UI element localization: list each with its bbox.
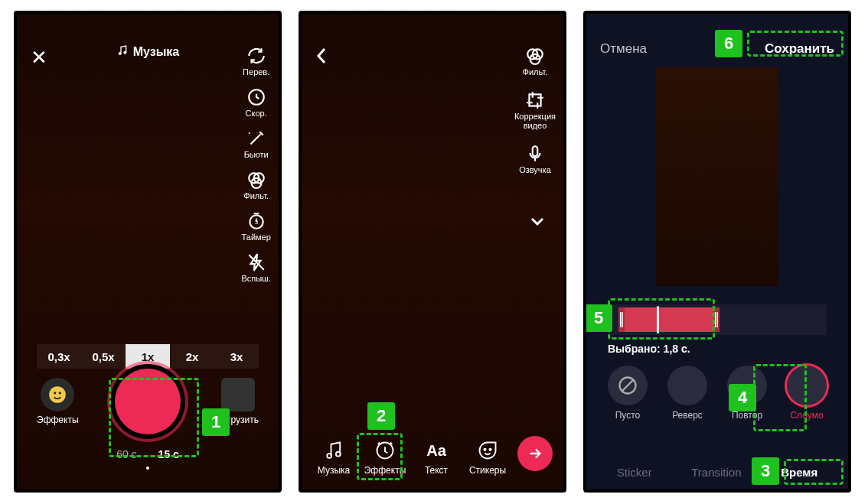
back-button[interactable]	[315, 46, 328, 70]
crop-icon	[525, 90, 545, 110]
save-button[interactable]: Сохранить	[765, 41, 834, 57]
time-effects-screen: Отмена Сохранить Выбрано: 1,8 с. Пусто Р…	[583, 11, 851, 493]
speed-2x[interactable]: 2x	[170, 344, 214, 369]
tab-time[interactable]: Время	[781, 466, 817, 479]
sticker-icon	[476, 439, 499, 462]
effects-button[interactable]: Эффекты	[364, 439, 406, 476]
mode-none[interactable]: Пусто	[602, 366, 654, 421]
svg-point-20	[489, 449, 491, 450]
reverse-thumbnail	[667, 366, 707, 405]
svg-point-8	[49, 386, 66, 403]
right-toolbar: Фильт. Коррекция видео Озвучка	[514, 46, 556, 174]
speed-3x[interactable]: 3x	[214, 344, 259, 369]
speed-icon	[246, 87, 266, 107]
annotation-number-2: 2	[367, 402, 395, 430]
text-icon: Aa	[425, 439, 448, 462]
filter-icon	[246, 170, 266, 190]
wand-icon	[246, 128, 266, 148]
collapse-toolbar[interactable]	[530, 216, 545, 229]
tab-transition[interactable]: Transition	[691, 466, 741, 479]
flip-icon	[246, 46, 266, 66]
svg-rect-15	[533, 146, 538, 156]
page-indicator	[146, 467, 149, 470]
tab-sticker[interactable]: Sticker	[617, 466, 652, 479]
selection-handle-right[interactable]	[713, 307, 720, 332]
mic-icon	[525, 144, 545, 164]
svg-text:3: 3	[255, 219, 258, 226]
duration-15s[interactable]: 15 с	[158, 448, 179, 460]
right-toolbar: Перев. Скор. Бьюти Фильт. 3 Таймер Вспыш…	[241, 46, 271, 283]
svg-rect-14	[529, 94, 540, 106]
svg-point-0	[118, 52, 121, 55]
svg-point-16	[327, 454, 331, 458]
annotation-number-4: 4	[729, 384, 756, 411]
speed-0.3x[interactable]: 0,3x	[37, 344, 81, 369]
annotation-number-1: 1	[202, 408, 230, 436]
filter-icon	[525, 46, 545, 66]
mode-reverse[interactable]: Реверс	[661, 366, 713, 421]
svg-point-19	[484, 449, 485, 450]
annotation-number-5: 5	[585, 304, 612, 332]
selection-handle-left[interactable]	[618, 307, 625, 332]
music-label: Музыка	[133, 45, 180, 59]
adjust-tool[interactable]: Коррекция видео	[514, 90, 556, 130]
camera-record-screen: ✕ Музыка Перев. Скор. Бьюти Фильт. 3 Тай…	[14, 11, 282, 493]
timeline-track[interactable]	[608, 304, 827, 335]
timer-icon: 3	[246, 211, 266, 231]
next-button[interactable]	[517, 436, 553, 471]
annotation-number-6: 6	[715, 30, 742, 57]
speed-selector: 0,3x 0,5x 1x 2x 3x	[17, 344, 279, 369]
none-icon	[608, 366, 648, 405]
effects-button[interactable]: Эффекты	[37, 378, 79, 425]
effects-clock-icon	[374, 439, 396, 462]
duration-60s[interactable]: 60 с	[116, 448, 136, 460]
speed-1x[interactable]: 1x	[126, 344, 170, 369]
edit-preview-screen: Фильт. Коррекция видео Озвучка Музыка Эф…	[299, 11, 566, 493]
playhead[interactable]	[657, 306, 659, 333]
flip-tool[interactable]: Перев.	[243, 46, 269, 76]
duration-selector: 60 с 15 с	[17, 448, 279, 460]
effects-icon	[41, 378, 74, 411]
music-button[interactable]: Музыка	[116, 44, 180, 60]
music-icon	[322, 439, 345, 462]
filter-tool[interactable]: Фильт.	[243, 170, 269, 200]
stickers-button[interactable]: Стикеры	[466, 439, 509, 476]
voiceover-tool[interactable]: Озвучка	[519, 144, 551, 174]
effect-category-tabs: Sticker Transition Время	[586, 466, 848, 479]
svg-point-10	[59, 392, 61, 394]
flash-tool[interactable]: Вспыш.	[241, 252, 271, 283]
record-button[interactable]	[115, 369, 181, 434]
cancel-button[interactable]: Отмена	[600, 41, 647, 57]
music-icon	[116, 44, 129, 60]
text-button[interactable]: Aa Текст	[415, 439, 458, 476]
beauty-tool[interactable]: Бьюти	[244, 128, 269, 159]
mode-slomo[interactable]: Слоумо	[781, 366, 833, 421]
speed-tool[interactable]: Скор.	[246, 87, 267, 118]
annotation-number-3: 3	[752, 457, 779, 485]
selection-range[interactable]	[618, 307, 718, 332]
speed-0.5x[interactable]: 0,5x	[81, 344, 126, 369]
slomo-thumbnail	[787, 366, 827, 405]
upload-thumbnail	[221, 378, 255, 411]
svg-point-1	[123, 51, 126, 54]
svg-point-9	[54, 392, 56, 394]
svg-point-17	[336, 452, 341, 457]
video-preview	[656, 67, 778, 286]
selection-duration-label: Выбрано: 1,8 с.	[608, 343, 690, 355]
timer-tool[interactable]: 3 Таймер	[242, 211, 271, 242]
filter-tool[interactable]: Фильт.	[523, 46, 548, 76]
flash-off-icon	[246, 252, 266, 272]
music-button[interactable]: Музыка	[312, 439, 355, 476]
time-effect-modes: Пусто Реверс Повтор Слоумо	[586, 366, 848, 421]
